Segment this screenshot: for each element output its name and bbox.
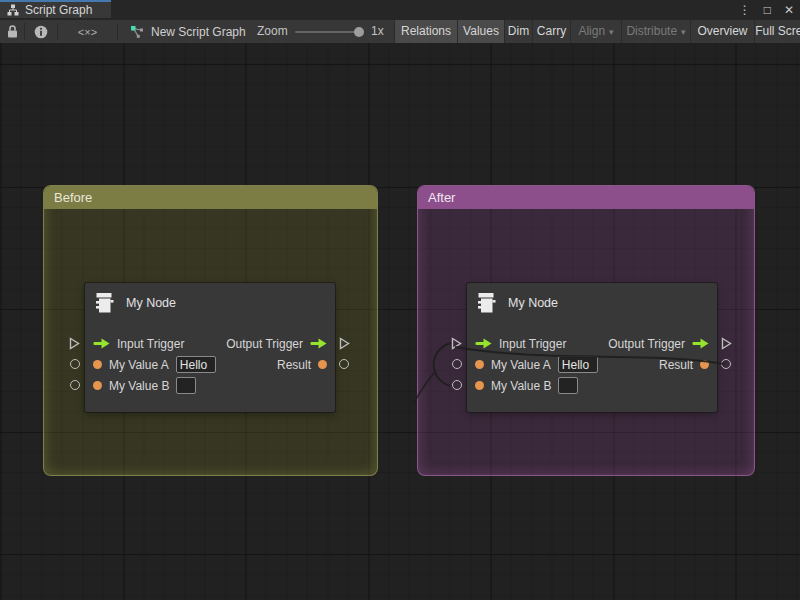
relations-toggle[interactable]: Relations xyxy=(394,20,457,43)
output-trigger-port[interactable] xyxy=(310,338,327,349)
input-trigger-port[interactable] xyxy=(475,338,492,349)
value-a-label: My Value A xyxy=(491,358,551,372)
tab-title: Script Graph xyxy=(25,3,92,17)
outer-output-trigger-port[interactable] xyxy=(339,337,350,350)
code-icon: <×> xyxy=(78,26,97,38)
output-trigger-label: Output Trigger xyxy=(226,337,303,351)
value-a-row: My Value A Result xyxy=(467,354,717,375)
graph-canvas[interactable]: Before After My Node xyxy=(0,43,800,600)
group-before-header[interactable]: Before xyxy=(44,186,377,209)
group-after-header[interactable]: After xyxy=(418,186,754,209)
outer-value-b-port[interactable] xyxy=(70,380,80,390)
value-b-input[interactable] xyxy=(176,377,196,394)
script-graph-window: Script Graph ⋮ □ ✕ <×> xyxy=(0,0,800,600)
value-b-input[interactable] xyxy=(558,377,578,394)
node-header: My Node xyxy=(85,283,335,333)
unit-node-icon xyxy=(95,292,115,315)
graph-node-icon xyxy=(130,25,144,38)
chevron-down-icon: ▾ xyxy=(609,27,614,37)
zoom-slider-track[interactable] xyxy=(295,31,363,33)
graph-name: New Script Graph xyxy=(151,25,246,39)
maximize-icon[interactable]: □ xyxy=(764,3,771,17)
value-b-label: My Value B xyxy=(109,379,169,393)
zoom-value: 1x xyxy=(371,20,384,43)
input-trigger-label: Input Trigger xyxy=(499,337,566,351)
distribute-label: Distribute xyxy=(626,24,677,38)
values-toggle[interactable]: Values xyxy=(457,20,504,43)
value-a-row: My Value A Result xyxy=(85,354,335,375)
outer-value-a-port[interactable] xyxy=(70,359,80,369)
value-a-port[interactable] xyxy=(475,360,484,369)
window-menu-icon[interactable]: ⋮ xyxy=(739,3,751,17)
info-button[interactable] xyxy=(25,20,57,43)
trigger-row: Input Trigger Output Trigger xyxy=(467,333,717,354)
value-a-port[interactable] xyxy=(93,360,102,369)
outer-result-port[interactable] xyxy=(339,359,349,369)
input-trigger-label: Input Trigger xyxy=(117,337,184,351)
zoom-slider-handle[interactable] xyxy=(354,27,364,37)
tab-script-graph[interactable]: Script Graph xyxy=(0,0,111,18)
overview-button[interactable]: Overview xyxy=(690,20,754,43)
value-b-row: My Value B xyxy=(467,375,717,396)
toolbar-toggles: Relations Values Dim Carry Align▾ Distri… xyxy=(394,20,800,43)
full-screen-button[interactable]: Full Screen xyxy=(754,20,800,43)
value-a-input[interactable] xyxy=(558,356,598,373)
result-port[interactable] xyxy=(700,360,709,369)
value-b-port[interactable] xyxy=(93,381,102,390)
window-controls: ⋮ □ ✕ xyxy=(739,0,794,20)
outer-input-trigger-port[interactable] xyxy=(451,337,462,350)
code-preview-button[interactable]: <×> xyxy=(58,20,117,43)
result-label: Result xyxy=(277,358,311,372)
result-label: Result xyxy=(659,358,693,372)
lock-icon xyxy=(7,25,18,38)
result-port[interactable] xyxy=(318,360,327,369)
outer-value-a-port[interactable] xyxy=(452,359,462,369)
graph-breadcrumb[interactable]: New Script Graph xyxy=(130,20,246,43)
close-icon[interactable]: ✕ xyxy=(784,3,794,17)
input-trigger-port[interactable] xyxy=(93,338,110,349)
zoom-label: Zoom xyxy=(257,20,288,43)
before-node[interactable]: My Node Input Trigger Output Trigger xyxy=(85,283,335,412)
lock-button[interactable] xyxy=(0,20,24,43)
after-node[interactable]: My Node Input Trigger Output Trigger xyxy=(467,283,717,412)
carry-toggle[interactable]: Carry xyxy=(532,20,570,43)
tab-bar: Script Graph ⋮ □ ✕ xyxy=(0,0,800,20)
value-b-row: My Value B xyxy=(85,375,335,396)
dim-toggle[interactable]: Dim xyxy=(504,20,532,43)
chevron-down-icon: ▾ xyxy=(681,27,686,37)
outer-output-trigger-port[interactable] xyxy=(721,337,732,350)
align-label: Align xyxy=(578,24,605,38)
value-a-input[interactable] xyxy=(176,356,216,373)
node-header: My Node xyxy=(467,283,717,333)
output-trigger-port[interactable] xyxy=(692,338,709,349)
value-b-label: My Value B xyxy=(491,379,551,393)
node-title: My Node xyxy=(508,292,558,315)
node-title: My Node xyxy=(126,292,176,315)
toolbar-separator xyxy=(117,23,118,40)
group-before-title: Before xyxy=(54,190,92,205)
script-graph-icon xyxy=(7,4,19,16)
value-a-label: My Value A xyxy=(109,358,169,372)
unit-node-icon xyxy=(477,292,497,315)
output-trigger-label: Output Trigger xyxy=(608,337,685,351)
outer-input-trigger-port[interactable] xyxy=(69,337,80,350)
outer-value-b-port[interactable] xyxy=(452,380,462,390)
graph-toolbar: <×> New Script Graph Zoom 1x Relations V… xyxy=(0,20,800,44)
info-icon xyxy=(34,25,48,39)
trigger-row: Input Trigger Output Trigger xyxy=(85,333,335,354)
group-after-title: After xyxy=(428,190,455,205)
outer-result-port[interactable] xyxy=(721,359,731,369)
align-dropdown[interactable]: Align▾ xyxy=(570,20,621,43)
distribute-dropdown[interactable]: Distribute▾ xyxy=(621,20,690,43)
value-b-port[interactable] xyxy=(475,381,484,390)
